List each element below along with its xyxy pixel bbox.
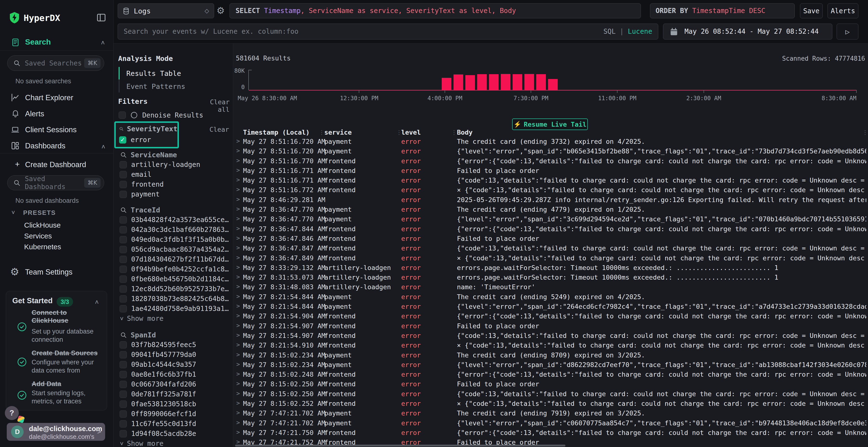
saved-dashboards-input[interactable]: Saved Dashboards ⌘K	[7, 175, 104, 190]
facet-value-checkbox[interactable]	[120, 410, 127, 418]
preset-item-services[interactable]: Services	[24, 232, 52, 240]
facet-value-row[interactable]: 0de781ff325a781f	[115, 389, 231, 399]
denoise-results-toggle[interactable]: Denoise Results	[119, 110, 229, 120]
query-language-toggle[interactable]: SQL | Lucene	[603, 28, 652, 35]
log-row[interactable]: >May 27 8:36:47.849 AMfrontenderror× {"c…	[234, 253, 868, 263]
facet-value-row[interactable]: 0fae5381230518cb	[115, 399, 231, 409]
saved-searches-input[interactable]: Saved Searches ⌘K	[7, 56, 104, 71]
facet-value-checkbox[interactable]	[120, 295, 127, 303]
source-settings-gear-icon[interactable]: ⚙	[217, 5, 225, 16]
expand-row-icon[interactable]: >	[236, 293, 240, 300]
sidebar-item-chart-explorer[interactable]: Chart Explorer	[0, 93, 113, 105]
help-button[interactable]: ?	[5, 406, 19, 420]
task-title[interactable]: Connect to ClickHouse	[32, 309, 105, 324]
table-options-icon[interactable]: ⋮	[862, 129, 868, 136]
log-row[interactable]: >May 27 8:51:16.770 AMfrontenderror{"err…	[234, 156, 868, 166]
sidebar-item-dashboards[interactable]: Dashboards >	[0, 141, 113, 153]
log-row[interactable]: >May 27 8:51:16.720 AMpaymenterrorThe cr…	[234, 136, 868, 146]
facet-value-checkbox[interactable]	[120, 171, 127, 178]
log-row[interactable]: >May 27 8:51:16.771 AMfrontenderror{"cod…	[234, 175, 868, 185]
sidebar-item-search[interactable]: Search >	[0, 36, 113, 49]
expand-row-icon[interactable]: >	[236, 370, 240, 377]
facet-value-row[interactable]: artillery-loadgen	[115, 160, 231, 170]
col-service[interactable]: service	[324, 129, 352, 136]
facet-value-row[interactable]: 11c67fe55c0d13fd	[115, 419, 231, 429]
log-row[interactable]: >May 27 8:21:54.844 AMpaymenterror{"leve…	[234, 301, 868, 311]
histogram-bar[interactable]	[489, 74, 499, 90]
facet-value-checkbox[interactable]	[120, 161, 127, 168]
expand-row-icon[interactable]: >	[236, 400, 240, 407]
alerts-button[interactable]: Alerts	[828, 3, 858, 18]
log-row[interactable]: >May 27 8:33:29.132 AMartillery-loadgene…	[234, 263, 868, 272]
histogram-bar[interactable]	[513, 74, 522, 90]
log-row[interactable]: >May 27 8:46:29.281 AMerror2025-05-26T09…	[234, 195, 868, 204]
log-row[interactable]: >May 27 8:51:16.771 AMfrontenderrorFaile…	[234, 166, 868, 175]
log-row[interactable]: >May 27 8:15:02.248 AMfrontenderror{"err…	[234, 369, 868, 379]
expand-row-icon[interactable]: >	[236, 303, 240, 309]
user-menu[interactable]: D dale@clickhouse.com dale@clickhouse.co…	[7, 423, 105, 441]
expand-row-icon[interactable]: >	[236, 157, 240, 164]
results-histogram[interactable]: May 26 8:30:00 AM12:30:00 PM4:00:00 PM7:…	[248, 70, 857, 90]
search-collapse-chevron-icon[interactable]: >	[99, 41, 106, 44]
facet-value-row[interactable]: 07d184304627bf2f11b67dd…	[115, 254, 231, 264]
histogram-bar[interactable]	[477, 74, 487, 90]
log-row[interactable]: >May 27 8:36:47.770 AMpaymenterror{"leve…	[234, 214, 868, 224]
expand-row-icon[interactable]: >	[236, 380, 240, 387]
log-row[interactable]: >May 27 8:15:02.252 AMfrontenderror× {"c…	[234, 398, 868, 408]
facet-value-row[interactable]: 0ff8990066efcf1d	[115, 409, 231, 419]
horizontal-scrollbar[interactable]	[235, 445, 565, 447]
select-clause-input[interactable]: SELECT Timestamp, ServiceName as service…	[229, 3, 641, 18]
expand-row-icon[interactable]: >	[236, 361, 240, 368]
histogram-bar[interactable]	[524, 74, 534, 90]
facet-value-checkbox[interactable]	[120, 305, 127, 312]
facet-value-checkbox[interactable]	[120, 191, 127, 198]
log-row[interactable]: >May 27 8:15:02.250 AMfrontenderrorFaile…	[234, 379, 868, 388]
facet-value-checkbox[interactable]	[120, 226, 127, 233]
facet-value-checkbox[interactable]	[120, 430, 127, 437]
expand-row-icon[interactable]: >	[236, 147, 240, 154]
facet-value-checkbox[interactable]	[120, 266, 127, 273]
expand-row-icon[interactable]: >	[236, 322, 240, 329]
facet-value-checkbox[interactable]	[120, 371, 127, 378]
expand-row-icon[interactable]: >	[236, 351, 240, 358]
log-row[interactable]: >May 27 8:21:54.844 AMpaymenterrorThe cr…	[234, 291, 868, 301]
expand-row-icon[interactable]: >	[236, 186, 240, 193]
facet-value-row[interactable]: 049ed0ac3fdb1f3f15a0b0b…	[115, 235, 231, 244]
span-show-more[interactable]: >Show more	[115, 439, 231, 447]
task-title[interactable]: Create Data Sources	[32, 349, 105, 357]
expand-row-icon[interactable]: >	[236, 264, 240, 271]
log-row[interactable]: >May 27 8:15:02.234 AMpaymenterror{"leve…	[234, 359, 868, 369]
denoise-checkbox[interactable]	[119, 111, 126, 119]
log-row[interactable]: >May 27 8:31:53.073 AMartillery-loadgene…	[234, 272, 868, 282]
log-row[interactable]: >May 27 8:31:48.083 AMartillery-loadgene…	[234, 282, 868, 291]
facet-value-row[interactable]: payment	[115, 189, 231, 199]
expand-row-icon[interactable]: >	[236, 196, 240, 203]
expand-row-icon[interactable]: >	[236, 341, 240, 348]
facet-value-row[interactable]: 09ab1c4544c9a357	[115, 359, 231, 370]
collapse-sidebar-icon[interactable]	[96, 12, 106, 23]
log-row[interactable]: >May 27 7:47:21.702 AMpaymenterror{"leve…	[234, 418, 868, 427]
create-dashboard-button[interactable]: + Create Dashboard	[0, 159, 113, 170]
expand-row-icon[interactable]: >	[236, 167, 240, 174]
expand-row-icon[interactable]: >	[236, 225, 240, 232]
expand-row-icon[interactable]: >	[236, 438, 240, 445]
get-started-collapse-chevron-icon[interactable]: >	[93, 300, 100, 304]
expand-row-icon[interactable]: >	[236, 235, 240, 242]
severity-error-checkbox[interactable]	[119, 136, 126, 143]
tab-results-table[interactable]: Results Table	[126, 69, 181, 77]
expand-row-icon[interactable]: >	[236, 244, 240, 251]
facet-value-checkbox[interactable]	[120, 246, 127, 253]
expand-row-icon[interactable]: >	[236, 312, 240, 319]
col-timestamp[interactable]: Timestamp (Local)	[243, 129, 310, 136]
log-row[interactable]: >May 27 8:21:54.907 AMfrontenderror{"cod…	[234, 331, 868, 340]
facet-value-row[interactable]: 18287038b73e882425c64b8…	[115, 294, 231, 304]
facet-value-checkbox[interactable]	[120, 236, 127, 243]
facet-value-checkbox[interactable]	[120, 341, 127, 348]
facet-value-checkbox[interactable]	[120, 361, 127, 368]
facet-value-row[interactable]: 1ae42480d758e9ab91193a1…	[115, 304, 231, 314]
column-resize-handle-icon[interactable]: ⋮	[319, 129, 324, 136]
log-row[interactable]: >May 27 8:21:54.904 AMfrontenderror{"err…	[234, 311, 868, 320]
histogram-bar[interactable]	[442, 78, 452, 90]
histogram-bar[interactable]	[454, 74, 463, 90]
log-row[interactable]: >May 27 8:36:47.770 AMpaymenterrorThe cr…	[234, 204, 868, 214]
